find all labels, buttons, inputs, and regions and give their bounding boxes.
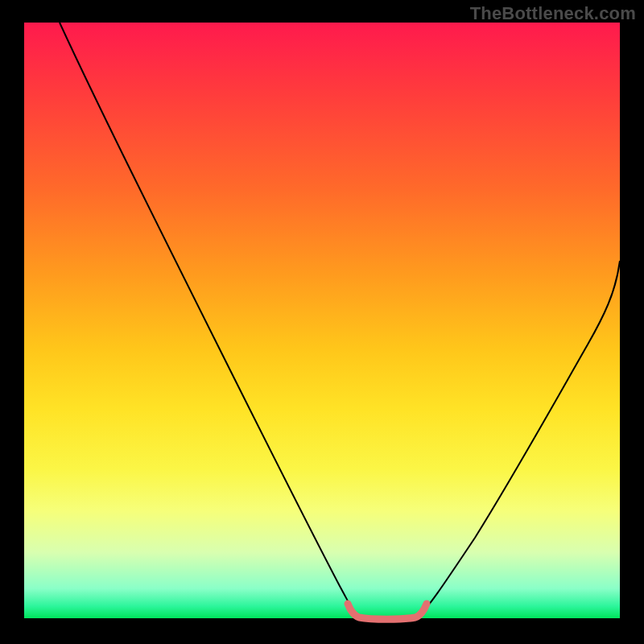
- curve-right-ascent: [417, 261, 620, 617]
- chart-frame: TheBottleneck.com: [0, 0, 644, 644]
- watermark-text: TheBottleneck.com: [470, 3, 636, 24]
- plot-area: [24, 23, 620, 618]
- curve-left-descent: [60, 23, 357, 617]
- optimal-basin-highlight: [348, 604, 427, 619]
- curve-layer: [24, 23, 620, 618]
